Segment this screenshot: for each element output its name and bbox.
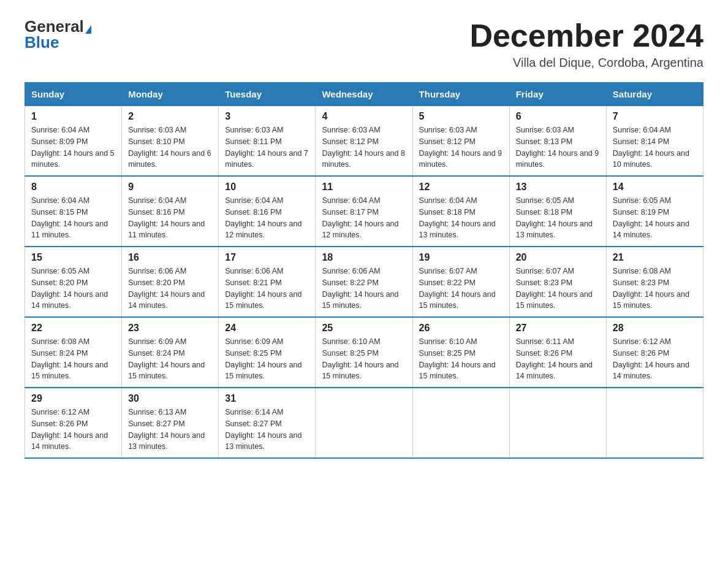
month-title: December 2024	[469, 18, 703, 53]
day-info: Sunrise: 6:06 AMSunset: 8:21 PMDaylight:…	[225, 267, 301, 310]
logo-blue-text: Blue	[25, 33, 59, 52]
day-info: Sunrise: 6:04 AMSunset: 8:17 PMDaylight:…	[322, 196, 398, 239]
day-cell-5: 5Sunrise: 6:03 AMSunset: 8:12 PMDaylight…	[412, 106, 509, 177]
day-number: 23	[128, 323, 212, 334]
day-number: 8	[31, 182, 115, 193]
empty-cell	[316, 388, 412, 458]
logo-triangle-icon	[85, 25, 91, 34]
day-number: 3	[225, 111, 309, 122]
header-cell-saturday: Saturday	[606, 83, 703, 106]
day-cell-19: 19Sunrise: 6:07 AMSunset: 8:22 PMDayligh…	[412, 247, 509, 317]
day-number: 4	[322, 111, 406, 122]
day-number: 24	[225, 323, 309, 334]
calendar-body: 1Sunrise: 6:04 AMSunset: 8:09 PMDaylight…	[25, 106, 703, 459]
day-cell-16: 16Sunrise: 6:06 AMSunset: 8:20 PMDayligh…	[122, 247, 219, 317]
day-cell-2: 2Sunrise: 6:03 AMSunset: 8:10 PMDaylight…	[122, 106, 219, 177]
header-cell-thursday: Thursday	[412, 83, 509, 106]
header-cell-friday: Friday	[509, 83, 606, 106]
day-cell-3: 3Sunrise: 6:03 AMSunset: 8:11 PMDaylight…	[219, 106, 316, 177]
day-info: Sunrise: 6:04 AMSunset: 8:09 PMDaylight:…	[31, 126, 115, 169]
header-row: SundayMondayTuesdayWednesdayThursdayFrid…	[25, 83, 703, 106]
day-number: 15	[31, 252, 115, 263]
day-number: 14	[613, 182, 697, 193]
day-info: Sunrise: 6:14 AMSunset: 8:27 PMDaylight:…	[225, 408, 301, 451]
title-block: December 2024 Villa del Dique, Cordoba, …	[469, 18, 703, 70]
day-cell-20: 20Sunrise: 6:07 AMSunset: 8:23 PMDayligh…	[509, 247, 606, 317]
day-info: Sunrise: 6:07 AMSunset: 8:22 PMDaylight:…	[419, 267, 496, 310]
day-info: Sunrise: 6:04 AMSunset: 8:18 PMDaylight:…	[419, 196, 496, 239]
day-info: Sunrise: 6:08 AMSunset: 8:24 PMDaylight:…	[31, 337, 108, 380]
day-number: 18	[322, 252, 406, 263]
week-row-5: 29Sunrise: 6:12 AMSunset: 8:26 PMDayligh…	[25, 388, 703, 458]
day-number: 20	[516, 252, 600, 263]
day-number: 6	[516, 111, 600, 122]
day-number: 31	[225, 393, 309, 404]
day-info: Sunrise: 6:13 AMSunset: 8:27 PMDaylight:…	[128, 408, 205, 451]
day-number: 17	[225, 252, 309, 263]
day-info: Sunrise: 6:12 AMSunset: 8:26 PMDaylight:…	[613, 337, 689, 380]
logo: General Blue	[25, 18, 91, 50]
day-info: Sunrise: 6:04 AMSunset: 8:15 PMDaylight:…	[31, 196, 108, 239]
day-cell-31: 31Sunrise: 6:14 AMSunset: 8:27 PMDayligh…	[219, 388, 316, 458]
header-cell-tuesday: Tuesday	[219, 83, 316, 106]
day-number: 16	[128, 252, 212, 263]
day-cell-11: 11Sunrise: 6:04 AMSunset: 8:17 PMDayligh…	[316, 176, 412, 247]
day-cell-8: 8Sunrise: 6:04 AMSunset: 8:15 PMDaylight…	[25, 176, 122, 247]
day-info: Sunrise: 6:10 AMSunset: 8:25 PMDaylight:…	[419, 337, 496, 380]
day-cell-12: 12Sunrise: 6:04 AMSunset: 8:18 PMDayligh…	[412, 176, 509, 247]
location-title: Villa del Dique, Cordoba, Argentina	[469, 56, 703, 70]
day-cell-25: 25Sunrise: 6:10 AMSunset: 8:25 PMDayligh…	[316, 317, 412, 388]
day-number: 7	[613, 111, 697, 122]
day-info: Sunrise: 6:08 AMSunset: 8:23 PMDaylight:…	[613, 267, 689, 310]
week-row-3: 15Sunrise: 6:05 AMSunset: 8:20 PMDayligh…	[25, 247, 703, 317]
day-info: Sunrise: 6:06 AMSunset: 8:20 PMDaylight:…	[128, 267, 205, 310]
page-header: General Blue December 2024 Villa del Diq…	[25, 18, 703, 70]
day-number: 25	[322, 323, 406, 334]
day-cell-22: 22Sunrise: 6:08 AMSunset: 8:24 PMDayligh…	[25, 317, 122, 388]
day-info: Sunrise: 6:10 AMSunset: 8:25 PMDaylight:…	[322, 337, 398, 380]
day-cell-27: 27Sunrise: 6:11 AMSunset: 8:26 PMDayligh…	[509, 317, 606, 388]
day-number: 28	[613, 323, 697, 334]
day-cell-1: 1Sunrise: 6:04 AMSunset: 8:09 PMDaylight…	[25, 106, 122, 177]
day-cell-29: 29Sunrise: 6:12 AMSunset: 8:26 PMDayligh…	[25, 388, 122, 458]
header-cell-monday: Monday	[122, 83, 219, 106]
day-info: Sunrise: 6:03 AMSunset: 8:13 PMDaylight:…	[516, 126, 599, 169]
day-info: Sunrise: 6:03 AMSunset: 8:12 PMDaylight:…	[322, 126, 405, 169]
day-number: 21	[613, 252, 697, 263]
day-cell-18: 18Sunrise: 6:06 AMSunset: 8:22 PMDayligh…	[316, 247, 412, 317]
day-cell-14: 14Sunrise: 6:05 AMSunset: 8:19 PMDayligh…	[606, 176, 703, 247]
logo-top-row: General	[25, 18, 91, 34]
day-cell-4: 4Sunrise: 6:03 AMSunset: 8:12 PMDaylight…	[316, 106, 412, 177]
day-cell-21: 21Sunrise: 6:08 AMSunset: 8:23 PMDayligh…	[606, 247, 703, 317]
header-cell-sunday: Sunday	[25, 83, 122, 106]
day-cell-6: 6Sunrise: 6:03 AMSunset: 8:13 PMDaylight…	[509, 106, 606, 177]
day-number: 10	[225, 182, 309, 193]
day-info: Sunrise: 6:04 AMSunset: 8:14 PMDaylight:…	[613, 126, 689, 169]
empty-cell	[509, 388, 606, 458]
day-info: Sunrise: 6:06 AMSunset: 8:22 PMDaylight:…	[322, 267, 398, 310]
day-cell-10: 10Sunrise: 6:04 AMSunset: 8:16 PMDayligh…	[219, 176, 316, 247]
day-info: Sunrise: 6:05 AMSunset: 8:20 PMDaylight:…	[31, 267, 108, 310]
day-info: Sunrise: 6:09 AMSunset: 8:25 PMDaylight:…	[225, 337, 301, 380]
week-row-4: 22Sunrise: 6:08 AMSunset: 8:24 PMDayligh…	[25, 317, 703, 388]
day-number: 2	[128, 111, 212, 122]
day-number: 26	[419, 323, 503, 334]
day-cell-9: 9Sunrise: 6:04 AMSunset: 8:16 PMDaylight…	[122, 176, 219, 247]
day-number: 29	[31, 393, 115, 404]
day-number: 22	[31, 323, 115, 334]
day-cell-24: 24Sunrise: 6:09 AMSunset: 8:25 PMDayligh…	[219, 317, 316, 388]
day-cell-26: 26Sunrise: 6:10 AMSunset: 8:25 PMDayligh…	[412, 317, 509, 388]
day-cell-23: 23Sunrise: 6:09 AMSunset: 8:24 PMDayligh…	[122, 317, 219, 388]
day-number: 1	[31, 111, 115, 122]
week-row-1: 1Sunrise: 6:04 AMSunset: 8:09 PMDaylight…	[25, 106, 703, 177]
day-info: Sunrise: 6:03 AMSunset: 8:10 PMDaylight:…	[128, 126, 211, 169]
day-number: 11	[322, 182, 406, 193]
day-info: Sunrise: 6:04 AMSunset: 8:16 PMDaylight:…	[225, 196, 301, 239]
day-number: 27	[516, 323, 600, 334]
calendar-table: SundayMondayTuesdayWednesdayThursdayFrid…	[25, 82, 703, 459]
day-cell-7: 7Sunrise: 6:04 AMSunset: 8:14 PMDaylight…	[606, 106, 703, 177]
day-info: Sunrise: 6:04 AMSunset: 8:16 PMDaylight:…	[128, 196, 205, 239]
day-number: 13	[516, 182, 600, 193]
day-cell-30: 30Sunrise: 6:13 AMSunset: 8:27 PMDayligh…	[122, 388, 219, 458]
day-info: Sunrise: 6:11 AMSunset: 8:26 PMDaylight:…	[516, 337, 593, 380]
